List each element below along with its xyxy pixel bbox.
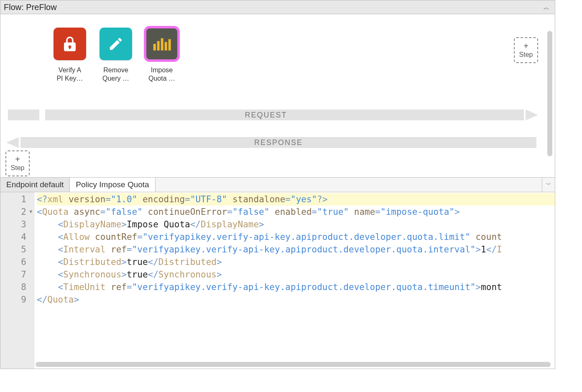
expand-down-icon[interactable]: ︾ — [542, 178, 555, 192]
policy-label: Impose Quota … — [148, 66, 175, 83]
line-number: 5 — [0, 243, 31, 256]
code-area[interactable]: <?xml version="1.0" encoding="UTF-8" sta… — [34, 192, 555, 369]
flow-header: Flow: PreFlow ︽ — [0, 0, 555, 14]
xml-editor[interactable]: 12▼3456789 <?xml version="1.0" encoding=… — [0, 192, 555, 369]
request-lane: REQUEST — [6, 109, 538, 120]
svg-rect-0 — [153, 44, 156, 51]
line-number: 7 — [0, 268, 31, 281]
line-number: 1 — [0, 193, 31, 206]
remove-query-icon — [100, 28, 132, 60]
flow-title: Flow: PreFlow — [4, 3, 57, 12]
code-line: <Allow countRef="verifyapikey.verify-api… — [37, 231, 555, 243]
response-label: RESPONSE — [244, 137, 313, 148]
line-number: 4 — [0, 231, 31, 243]
code-line: <Quota async="false" continueOnError="fa… — [37, 206, 555, 218]
code-line: <TimeUnit ref="verifyapikey.verify-api-k… — [37, 281, 555, 293]
editor-tabs: Endpoint default Policy Impose Quota ︾ — [0, 177, 555, 192]
policy-label: Verify A PI Key… — [56, 66, 83, 83]
code-line: <DisplayName>Impose Quota</DisplayName> — [37, 218, 555, 231]
add-step-request-button[interactable]: + Step — [514, 37, 538, 63]
policy-step-remove-query[interactable]: Remove Query … — [99, 28, 133, 83]
verify-api-key-icon — [54, 28, 86, 60]
arrow-left-icon — [6, 137, 19, 148]
code-line: <Distributed>true</Distributed> — [37, 256, 555, 268]
collapse-up-icon[interactable]: ︽ — [541, 2, 551, 12]
policy-step-impose-quota[interactable]: Impose Quota … — [145, 28, 179, 83]
svg-rect-1 — [157, 41, 160, 51]
add-step-label: Step — [519, 51, 533, 59]
svg-rect-4 — [168, 39, 171, 51]
svg-rect-2 — [161, 38, 163, 51]
policy-step-verify-api-key[interactable]: Verify A PI Key… — [53, 28, 87, 83]
response-lane: RESPONSE — [6, 137, 538, 148]
line-number: 9 — [0, 293, 31, 306]
flow-canvas: Verify A PI Key…Remove Query …Impose Quo… — [0, 14, 555, 177]
policy-label: Remove Query … — [102, 66, 129, 83]
plus-icon: + — [523, 42, 528, 50]
request-label: REQUEST — [235, 109, 297, 120]
add-step-label: Step — [11, 164, 25, 172]
line-number: 3 — [0, 218, 31, 231]
impose-quota-icon — [146, 28, 178, 60]
tab-endpoint-default[interactable]: Endpoint default — [0, 178, 70, 192]
horizontal-scrollbar[interactable] — [36, 362, 551, 367]
code-line: </Quota> — [37, 293, 555, 306]
fold-toggle-icon[interactable]: ▼ — [29, 206, 32, 218]
line-number: 2▼ — [0, 206, 31, 218]
plus-icon: + — [15, 155, 20, 163]
line-number: 6 — [0, 256, 31, 268]
add-step-response-button[interactable]: + Step — [5, 150, 30, 176]
tab-policy-impose-quota[interactable]: Policy Impose Quota — [70, 178, 155, 192]
code-line: <?xml version="1.0" encoding="UTF-8" sta… — [37, 193, 555, 206]
svg-rect-3 — [165, 42, 167, 51]
line-number: 8 — [0, 281, 31, 293]
line-number-gutter: 12▼3456789 — [0, 192, 34, 369]
code-line: <Interval ref="verifyapikey.verify-api-k… — [37, 243, 555, 256]
vertical-scrollbar[interactable] — [547, 31, 552, 156]
code-line: <Synchronous>true</Synchronous> — [37, 268, 555, 281]
arrow-right-icon — [526, 109, 538, 120]
